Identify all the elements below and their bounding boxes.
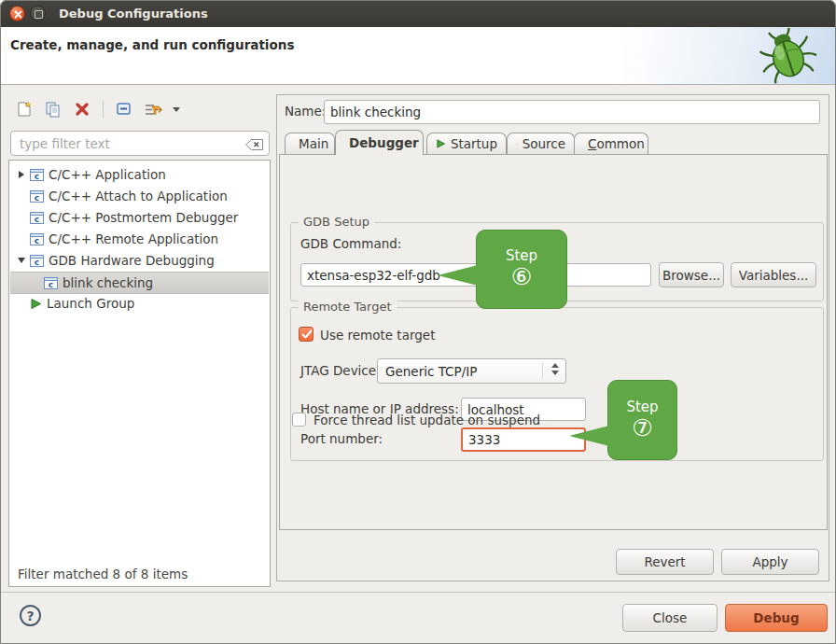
tab-main[interactable]: Main	[285, 133, 335, 154]
tree-item-blink-checking[interactable]: c blink checking	[10, 272, 269, 294]
tab-startup[interactable]: Startup	[426, 133, 507, 154]
tree-item-label: C/C++ Postmortem Debugger	[49, 210, 238, 225]
callout-tail	[569, 426, 609, 446]
tree-item-cpp-application[interactable]: c C/C++ Application	[10, 164, 269, 185]
duplicate-icon	[45, 101, 62, 118]
tree-item-label: C/C++ Remote Application	[49, 231, 218, 246]
c-application-icon: c	[30, 169, 44, 181]
source-edit-icon	[516, 138, 518, 150]
window-maximize-button[interactable]	[30, 6, 46, 21]
new-configuration-icon	[16, 101, 33, 118]
close-button[interactable]: Close	[622, 604, 718, 632]
header-banner: Create, manage, and run configurations	[1, 27, 835, 85]
window-close-button[interactable]	[9, 6, 25, 21]
delete-configuration-button[interactable]	[72, 99, 92, 119]
gdb-setup-legend: GDB Setup	[299, 215, 374, 229]
tree-item-label: GDB Hardware Debugging	[49, 253, 215, 268]
debug-bug-icon	[757, 28, 818, 88]
jtag-device-label: JTAG Device:	[300, 363, 381, 378]
c-application-icon: c	[44, 277, 58, 289]
filter-icon	[144, 102, 162, 118]
apply-button[interactable]: Apply	[721, 549, 819, 575]
tree-item-cpp-remote[interactable]: c C/C++ Remote Application	[10, 229, 269, 249]
filter-field	[10, 131, 270, 156]
svg-text:c: c	[49, 280, 53, 289]
filter-configurations-button[interactable]	[143, 99, 163, 119]
svg-text:c: c	[35, 215, 39, 224]
svg-text:c: c	[35, 236, 39, 245]
gdb-command-label: GDB Command:	[300, 236, 401, 251]
duplicate-configuration-button[interactable]	[43, 99, 63, 119]
variables-button[interactable]: Variables...	[731, 262, 816, 287]
tree-item-launch-group[interactable]: Launch Group	[10, 293, 269, 314]
step-7-callout: Step ⑦	[607, 380, 677, 460]
port-label: Port number:	[300, 431, 383, 446]
tab-debugger[interactable]: Debugger	[335, 130, 424, 155]
filter-match-status: Filter matched 8 of 8 items	[18, 567, 188, 581]
callout-tail	[438, 265, 478, 286]
toolbar-separator	[103, 101, 104, 118]
collapse-all-button[interactable]	[114, 99, 134, 119]
name-label: Name:	[285, 104, 326, 119]
new-configuration-button[interactable]	[14, 99, 35, 119]
tree-item-label: C/C++ Application	[49, 167, 166, 182]
tree-item-label: Launch Group	[47, 296, 134, 311]
browse-button[interactable]: Browse...	[659, 262, 724, 287]
footer-divider	[1, 592, 835, 593]
c-application-icon: c	[30, 212, 44, 224]
titlebar[interactable]: Debug Configurations	[1, 1, 835, 28]
tree-item-label: blink checking	[63, 275, 153, 290]
spinner-arrows-icon	[551, 363, 559, 375]
filter-input[interactable]	[18, 133, 241, 154]
use-remote-target-checkbox[interactable]	[299, 327, 314, 342]
remote-target-legend: Remote Target	[299, 300, 397, 314]
remote-target-group: Remote Target Use remote target JTAG Dev…	[290, 307, 824, 461]
force-thread-checkbox[interactable]	[292, 413, 306, 427]
c-application-icon: c	[30, 190, 44, 203]
c-application-icon: c	[30, 233, 44, 245]
name-input[interactable]	[324, 100, 820, 124]
debug-configurations-dialog: Debug Configurations Create, manage, and…	[0, 0, 836, 644]
collapse-arrow-icon[interactable]	[15, 258, 28, 263]
revert-button[interactable]: Revert	[616, 549, 714, 575]
configurations-toolbar	[14, 98, 180, 120]
window-title: Debug Configurations	[59, 1, 208, 27]
collapse-all-icon	[116, 102, 132, 117]
tab-source[interactable]: Source	[507, 133, 575, 154]
toolbar-menu-chevron-icon[interactable]	[173, 107, 180, 112]
delete-icon	[75, 102, 90, 117]
svg-text:c: c	[35, 258, 39, 267]
jtag-device-select[interactable]: Generic TCP/IP	[377, 358, 566, 384]
configuration-editor: Name: Main Debugger Startup	[276, 94, 829, 581]
expand-arrow-icon[interactable]	[15, 171, 28, 178]
close-icon	[14, 10, 22, 19]
tree-item-gdb-hardware[interactable]: c GDB Hardware Debugging	[10, 250, 269, 271]
svg-text:c: c	[35, 172, 39, 181]
debug-button[interactable]: Debug	[725, 604, 828, 632]
force-thread-label: Force thread list update on suspend	[314, 413, 540, 427]
help-icon: ?	[26, 609, 34, 623]
step-6-callout: Step ⑥	[476, 230, 567, 309]
configurations-tree: c C/C++ Application c C/C++ Attach to Ap…	[8, 160, 271, 587]
play-icon	[436, 138, 446, 149]
help-button[interactable]: ?	[20, 605, 41, 626]
launch-group-icon	[30, 298, 42, 310]
tab-common[interactable]: Common	[574, 133, 648, 154]
header-title: Create, manage, and run configurations	[10, 37, 294, 52]
clear-filter-icon[interactable]	[244, 137, 264, 155]
maximize-icon	[35, 10, 43, 19]
svg-text:c: c	[35, 193, 39, 203]
port-input[interactable]	[461, 427, 586, 452]
tree-item-cpp-attach[interactable]: c C/C++ Attach to Application	[10, 186, 269, 206]
c-application-icon: c	[30, 255, 44, 267]
debugger-tab-content: GDB Setup GDB Command: Browse... Variabl…	[279, 154, 828, 530]
check-icon	[301, 329, 313, 340]
use-remote-target-label: Use remote target	[320, 328, 435, 343]
tree-item-label: C/C++ Attach to Application	[49, 189, 228, 203]
tree-item-cpp-postmortem[interactable]: c C/C++ Postmortem Debugger	[10, 207, 269, 228]
